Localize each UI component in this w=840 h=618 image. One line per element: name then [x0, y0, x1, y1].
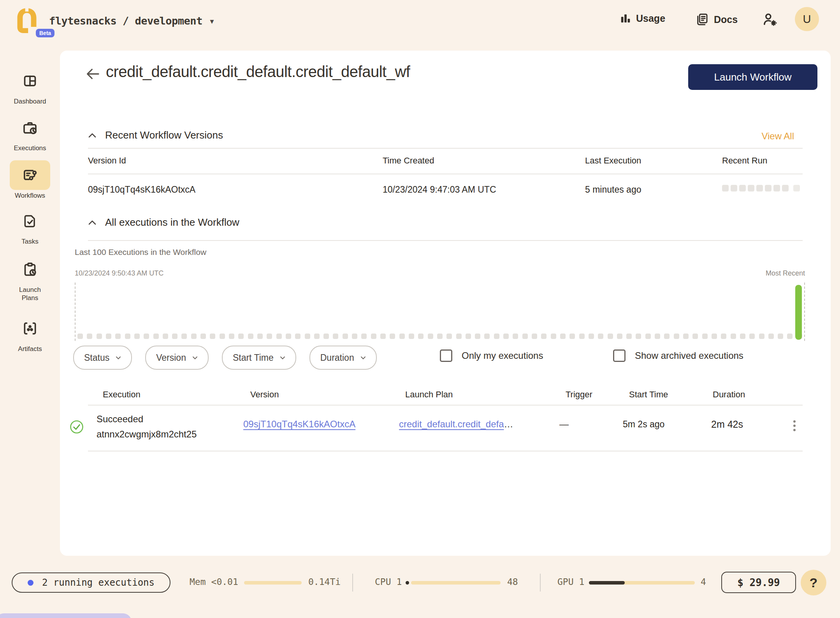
top-bar: Beta flytesnacks / development ▼ Usage D…: [0, 0, 840, 51]
mem-bar: [244, 581, 302, 585]
checkbox-icon[interactable]: [613, 349, 626, 362]
filter-label: Duration: [320, 353, 354, 363]
artifacts-icon: [22, 321, 38, 336]
collapse-chevron-icon[interactable]: [88, 220, 97, 225]
timeline-placeholder-squares: [77, 334, 802, 339]
cpu-value: 1: [397, 577, 402, 587]
gpu-bar: [589, 581, 695, 585]
filter-label: Status: [84, 353, 109, 363]
show-archived-executions-checkbox[interactable]: Show archived executions: [613, 349, 743, 362]
executions-timeline-chart: [75, 283, 805, 341]
start-time-cell: 5m 2s ago: [623, 418, 664, 430]
duration-cell: 2m 42s: [711, 418, 743, 430]
section-title: Recent Workflow Versions: [105, 129, 223, 141]
union-logo-icon: [15, 8, 39, 33]
gpu-max: 4: [701, 577, 706, 587]
chevron-down-icon: [192, 356, 198, 360]
union-logo[interactable]: Beta: [15, 8, 39, 33]
sidebar: Dashboard Executions Workflows: [0, 51, 60, 557]
workflows-icon: [22, 167, 38, 183]
only-my-executions-checkbox[interactable]: Only my executions: [440, 349, 543, 362]
chat-widget-peek[interactable]: [0, 613, 132, 618]
version-id-cell[interactable]: 09sjT10qTq4sK16kAOtxcA: [88, 178, 195, 201]
column-header-version: Version: [250, 388, 279, 402]
view-all-link[interactable]: View All: [761, 131, 794, 142]
app-root: Beta flytesnacks / development ▼ Usage D…: [0, 0, 840, 618]
succeeded-status-icon: [69, 420, 84, 434]
collapse-chevron-icon[interactable]: [88, 133, 97, 138]
chevron-down-icon: ▼: [209, 18, 215, 26]
back-button[interactable]: [85, 66, 100, 82]
divider: [88, 148, 803, 149]
sidebar-item-launch-plans[interactable]: Launch Plans: [0, 255, 60, 302]
sidebar-item-label: Tasks: [12, 237, 48, 246]
trigger-cell: —: [559, 418, 569, 430]
cpu-max: 48: [507, 577, 518, 587]
timeline-subtitle: Last 100 Executions in the Workflow: [75, 248, 206, 257]
usage-button[interactable]: Usage: [620, 12, 665, 24]
mem-label: Mem: [190, 577, 206, 587]
time-created-cell: 10/23/2024 9:47:03 AM UTC: [383, 178, 496, 201]
launch-plans-icon: [22, 262, 38, 277]
help-button[interactable]: ?: [801, 570, 826, 595]
all-executions-header: All executions in the Workflow: [88, 216, 239, 228]
running-executions-pill[interactable]: 2 running executions: [12, 572, 170, 593]
avatar-initial: U: [803, 13, 811, 26]
sidebar-item-tasks[interactable]: Tasks: [0, 206, 60, 246]
sidebar-item-workflows[interactable]: Workflows: [0, 160, 60, 200]
bar-chart-icon: [620, 12, 631, 24]
gpu-bar-fill: [589, 581, 625, 585]
filter-label: Version: [156, 353, 186, 363]
sidebar-item-executions[interactable]: Executions: [0, 113, 60, 152]
column-header-start-time: Start Time: [629, 388, 668, 402]
launch-workflow-button[interactable]: Launch Workflow: [688, 64, 817, 90]
user-management-button[interactable]: [762, 12, 778, 27]
launch-plan-overflow: …: [504, 418, 513, 430]
docs-icon: [695, 12, 709, 26]
divider: [88, 405, 803, 406]
filter-status[interactable]: Status: [73, 346, 132, 370]
filter-start-time[interactable]: Start Time: [222, 346, 296, 370]
sidebar-item-label: Workflows: [12, 191, 48, 200]
running-executions-label: 2 running executions: [42, 577, 155, 588]
timeline-start-label: 10/23/2024 9:50:43 AM UTC: [75, 269, 163, 277]
gpu-label: GPU: [557, 577, 574, 587]
gpu-usage: GPU 1: [557, 577, 584, 587]
chevron-down-icon: [280, 356, 285, 360]
avatar[interactable]: U: [795, 7, 819, 31]
divider: [540, 574, 541, 592]
sidebar-item-label: Artifacts: [12, 345, 48, 353]
mem-value: <0.01: [211, 577, 238, 587]
checkbox-icon[interactable]: [440, 349, 452, 362]
back-arrow-icon: [85, 66, 100, 82]
row-actions-menu[interactable]: [791, 418, 798, 434]
recent-run-squares: [722, 185, 800, 191]
usage-label: Usage: [636, 13, 665, 24]
gpu-value: 1: [579, 577, 585, 587]
launch-plan-link[interactable]: credit_default.credit_defa: [399, 418, 504, 430]
docs-button[interactable]: Docs: [695, 12, 738, 26]
divider: [88, 174, 803, 174]
breadcrumb[interactable]: flytesnacks / development ▼: [49, 15, 215, 27]
filter-version[interactable]: Version: [145, 346, 209, 370]
chevron-down-icon: [116, 356, 121, 360]
cpu-usage: CPU 1: [375, 577, 402, 587]
sidebar-item-label: Dashboard: [12, 97, 48, 105]
sidebar-item-artifacts[interactable]: Artifacts: [0, 314, 60, 353]
main-panel: credit_default.credit_default.credit_def…: [60, 51, 831, 556]
docs-label: Docs: [714, 14, 738, 25]
column-header-trigger: Trigger: [566, 388, 592, 402]
version-link[interactable]: 09sjT10qTq4sK16kAOtxcA: [243, 419, 355, 429]
page-title: credit_default.credit_default.credit_def…: [106, 61, 410, 83]
executions-icon: [22, 120, 38, 135]
divider: [352, 574, 353, 592]
mem-max: 0.14Ti: [308, 577, 341, 587]
cpu-marker-dot: [406, 581, 409, 585]
mem-usage: Mem <0.01: [190, 577, 238, 587]
sidebar-item-dashboard[interactable]: Dashboard: [0, 66, 60, 105]
timeline-success-bar[interactable]: [795, 285, 802, 340]
filter-duration[interactable]: Duration: [309, 346, 377, 370]
execution-id[interactable]: atnnx2cwgmjx8m2cht25: [97, 429, 197, 440]
sidebar-item-label: Launch Plans: [12, 286, 48, 302]
cost-button[interactable]: $ 29.99: [721, 572, 796, 593]
